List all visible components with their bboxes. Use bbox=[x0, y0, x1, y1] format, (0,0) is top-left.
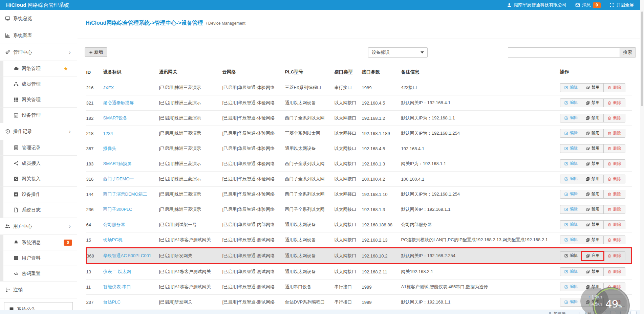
device-link[interactable]: 昆仑通泰触摸屏 bbox=[103, 100, 134, 105]
disable-button[interactable]: 禁用 bbox=[582, 268, 603, 275]
edit-button[interactable]: 编辑 bbox=[560, 298, 582, 306]
disable-button[interactable]: 禁用 bbox=[582, 114, 603, 122]
device-link[interactable]: 西门子DEMO一 bbox=[103, 176, 134, 181]
disable-button[interactable]: 禁用 bbox=[582, 160, 603, 167]
sidebar-item-14[interactable]: 系统消息0 bbox=[0, 235, 77, 250]
sidebar-item-5[interactable]: 网关管理 bbox=[0, 92, 77, 108]
disable-button[interactable]: 禁用 bbox=[582, 236, 603, 244]
device-link[interactable]: JXFX bbox=[103, 85, 114, 90]
edit-button[interactable]: 编辑 bbox=[560, 283, 582, 291]
delete-button[interactable]: 删除 bbox=[603, 114, 625, 122]
sidebar-item-6[interactable]: 设备管理 bbox=[0, 108, 77, 123]
device-link[interactable]: 1234 bbox=[103, 131, 113, 136]
edit-button[interactable]: 编辑 bbox=[560, 175, 582, 183]
delete-button[interactable]: 删除 bbox=[603, 160, 625, 167]
disable-button[interactable]: 禁用 bbox=[582, 144, 603, 152]
delete-button[interactable]: 删除 bbox=[603, 144, 625, 152]
sidebar-item-13[interactable]: 用户中心› bbox=[0, 218, 77, 235]
sidebar-item-0[interactable]: 系统总览 bbox=[0, 10, 77, 27]
sidebar-item-7[interactable]: 操作记录› bbox=[0, 123, 77, 140]
sidebar-item-17[interactable]: 注销 bbox=[0, 282, 77, 298]
device-link[interactable]: 摄像头 bbox=[103, 146, 116, 151]
messages-menu[interactable]: 消息 0 bbox=[575, 2, 601, 8]
cell-gateway: [已启用]株洲三菱演示 bbox=[159, 202, 222, 217]
search-button[interactable]: 搜索 bbox=[620, 47, 636, 58]
edit-button[interactable]: 编辑 bbox=[560, 205, 582, 213]
edit-button[interactable]: 编辑 bbox=[560, 144, 582, 152]
cell-device: 西门子演示DEMO箱二 bbox=[103, 187, 159, 202]
cell-interface-param: 192.168.4.5 bbox=[362, 95, 401, 111]
mail-icon bbox=[575, 3, 580, 7]
delete-button[interactable]: 删除 bbox=[603, 84, 625, 91]
disable-button[interactable]: 禁用 bbox=[582, 190, 603, 198]
sidebar-item-3[interactable]: 网络管理★ bbox=[0, 61, 77, 76]
cell-id: 15 bbox=[86, 232, 103, 248]
edit-button[interactable]: 编辑 bbox=[560, 236, 582, 244]
delete-button[interactable]: 删除 bbox=[603, 236, 625, 244]
sidebar-item-1[interactable]: 系统图表 bbox=[0, 27, 77, 44]
cell-gateway: [已启用]A1栋客户测试网关 bbox=[159, 232, 222, 248]
disable-button[interactable]: 禁用 bbox=[582, 84, 603, 91]
edit-button[interactable]: 编辑 bbox=[560, 268, 582, 275]
edit-button[interactable]: 编辑 bbox=[560, 190, 582, 198]
filter-select[interactable]: 设备标识 bbox=[368, 47, 428, 58]
device-link[interactable]: 公司服务器 bbox=[103, 222, 125, 227]
accelerator-button[interactable]: 加速器 bbox=[548, 311, 566, 314]
edit-button[interactable]: 编辑 bbox=[560, 84, 582, 91]
edit-button[interactable]: 编辑 bbox=[560, 252, 582, 260]
row-actions: 编辑禁用删除 bbox=[560, 236, 625, 244]
edit-button[interactable]: 编辑 bbox=[560, 129, 582, 137]
add-button[interactable]: 新增 bbox=[85, 47, 107, 57]
device-link[interactable]: 西门子300PLC bbox=[103, 207, 132, 212]
device-link[interactable]: 西门子演示DEMO箱二 bbox=[103, 192, 147, 197]
device-link[interactable]: 仪表二-以太网 bbox=[103, 269, 131, 274]
disable-button[interactable]: 禁用 bbox=[582, 221, 603, 228]
disable-button[interactable]: 禁用 bbox=[582, 99, 603, 107]
sidebar-item-16[interactable]: 密码重置 bbox=[0, 266, 77, 282]
disable-button[interactable]: 禁用 bbox=[582, 175, 603, 183]
device-link[interactable]: 智能仪表-串口 bbox=[103, 284, 131, 289]
download-arrow-icon: ↓ bbox=[588, 302, 591, 307]
delete-button[interactable]: 删除 bbox=[603, 205, 625, 213]
sidebar-item-12[interactable]: 系统日志 bbox=[0, 202, 77, 218]
bottom-tool-icon[interactable] bbox=[630, 311, 637, 314]
delete-button[interactable]: 删除 bbox=[603, 99, 625, 107]
company-menu[interactable]: 湖南华辰智通科技有限公司 bbox=[507, 2, 566, 8]
edit-button[interactable]: 编辑 bbox=[560, 114, 582, 122]
delete-button[interactable]: 删除 bbox=[603, 175, 625, 183]
company-name: 湖南华辰智通科技有限公司 bbox=[514, 2, 566, 8]
edit-button[interactable]: 编辑 bbox=[560, 160, 582, 167]
page-scrollbar[interactable] bbox=[640, 0, 644, 314]
device-link[interactable]: SMART设备 bbox=[103, 115, 127, 120]
fullscreen-toggle[interactable]: 开启全屏 bbox=[609, 2, 634, 8]
disable-button[interactable]: 禁用 bbox=[582, 129, 603, 137]
device-link[interactable]: 台达PLC bbox=[103, 299, 121, 305]
sidebar-item-2[interactable]: 管理中心› bbox=[0, 44, 77, 61]
edit-button[interactable]: 编辑 bbox=[560, 221, 582, 228]
cell-plc-model: 通用以太网设备 bbox=[285, 217, 335, 232]
delete-button[interactable]: 删除 bbox=[603, 129, 625, 137]
delete-button[interactable]: 删除 bbox=[603, 252, 625, 260]
cell-device: 台达PLC bbox=[103, 295, 159, 310]
enable-button[interactable]: 启用 bbox=[582, 252, 603, 260]
disable-button[interactable]: 禁用 bbox=[582, 205, 603, 213]
delete-button[interactable]: 删除 bbox=[603, 190, 625, 198]
sidebar-item-10[interactable]: 网关接入 bbox=[0, 171, 77, 187]
sidebar-item-11[interactable]: 设备操作 bbox=[0, 187, 77, 202]
delete-button[interactable]: 删除 bbox=[603, 268, 625, 275]
device-link[interactable]: SMART触摸屏 bbox=[103, 161, 132, 166]
sidebar-item-8[interactable]: 管理记录 bbox=[0, 140, 77, 156]
device-link[interactable]: 现场PC机 bbox=[103, 237, 123, 242]
search-input[interactable] bbox=[508, 47, 620, 58]
device-link[interactable]: 华辰智通AC 500PLC001 bbox=[103, 253, 151, 258]
sidebar-item-15[interactable]: 用户资料 bbox=[0, 250, 77, 266]
row-actions: 编辑启用删除 bbox=[560, 251, 625, 260]
row-actions: 编辑禁用删除 bbox=[560, 144, 625, 153]
sidebar-item-9[interactable]: 成员接入 bbox=[0, 156, 77, 171]
users-icon bbox=[5, 224, 10, 229]
scrollbar-thumb[interactable] bbox=[641, 12, 643, 106]
toolbar: 新增 设备标识 搜索 bbox=[78, 47, 640, 58]
delete-button[interactable]: 删除 bbox=[603, 221, 625, 228]
edit-button[interactable]: 编辑 bbox=[560, 99, 582, 107]
sidebar-item-4[interactable]: 成员管理 bbox=[0, 76, 77, 92]
